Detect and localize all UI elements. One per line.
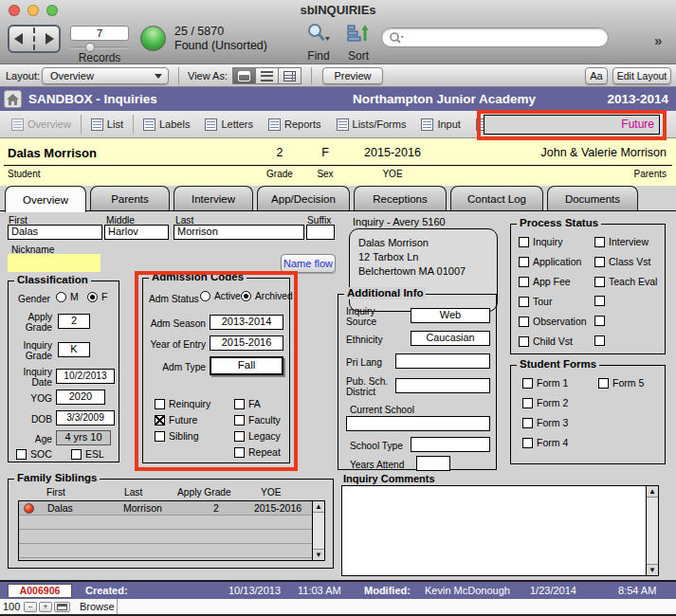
tab-receptions[interactable]: Receptions [354,186,447,210]
ethnicity-field[interactable]: Caucasian [411,331,490,346]
nav-item-reports[interactable]: Reports [261,111,329,137]
nav-item-overview[interactable]: Overview [4,111,79,137]
fa-checkbox[interactable]: FA [234,398,261,409]
dob-field[interactable]: 3/3/2009 [56,410,115,426]
app-fee-checkbox[interactable]: App Fee [519,276,571,287]
sibling-checkbox[interactable]: Sibling [155,430,199,442]
teach-eval-checkbox[interactable]: Teach Eval [594,276,657,287]
layout-popup[interactable]: Overview [42,67,169,84]
year-of-entry-field[interactable]: 2015-2016 [210,335,283,351]
esl-checkbox[interactable]: ESL [71,448,104,460]
tab-parents[interactable]: Parents [90,186,170,210]
home-icon[interactable] [4,90,22,108]
nav-item-labels[interactable]: Labels [136,111,197,137]
next-record-icon[interactable] [46,33,54,45]
future-checkbox[interactable]: Future [155,414,197,426]
nav-item-letters[interactable]: Letters [197,111,261,137]
scroll-up-icon[interactable]: ▲ [647,486,658,498]
edit-layout-button[interactable]: Edit Layout [612,67,671,84]
form4-checkbox[interactable]: Form 4 [522,437,568,448]
current-school-field[interactable] [346,416,490,431]
formatting-bar-button[interactable]: Aa [585,67,608,84]
current-record-input[interactable]: 7 [70,26,129,41]
form1-checkbox[interactable]: Form 1 [522,377,568,389]
comments-scrollbar[interactable]: ▲ ▼ [646,486,658,575]
child-vst-checkbox[interactable]: Child Vst [519,335,573,347]
gender-male-radio[interactable]: M [56,291,79,302]
inquiry-date-field[interactable]: 10/2/2013 [56,369,115,384]
portal-scrollbar[interactable]: ▲ ▼ [312,501,324,560]
nav-item-lists-forms[interactable]: Lists/Forms [329,111,414,137]
zoom-out-button[interactable]: − [24,602,37,612]
form2-checkbox[interactable]: Form 2 [522,397,568,408]
form3-checkbox[interactable]: Form 3 [522,417,568,428]
tab-app-decision[interactable]: App/Decision [257,186,350,210]
name-flow-button[interactable]: Name flow [281,254,336,273]
extra-checkbox-3[interactable] [594,335,609,346]
adm-type-field[interactable]: Fall [210,356,283,375]
mode-popup[interactable]: Browse [80,599,115,614]
inquiry-source-field[interactable]: Web [411,308,490,323]
adm-status-archived-radio[interactable]: Archived [241,291,293,301]
soc-checkbox[interactable]: SOC [16,448,52,460]
last-name-field[interactable]: Morrison [174,225,304,240]
zoom-in-button[interactable]: + [39,602,52,612]
inquiry-comments-field[interactable]: ▲ ▼ [341,485,659,576]
record-status-field[interactable]: Future [484,115,660,135]
extra-checkbox-1[interactable] [594,296,609,306]
observation-checkbox[interactable]: Observation [519,316,587,327]
record-navigation-book[interactable] [8,25,61,53]
yog-field[interactable]: 2020 [56,390,105,405]
toolbar-overflow-button[interactable]: » [654,32,662,48]
interview-checkbox[interactable]: Interview [594,236,649,247]
quick-find-input[interactable] [381,27,609,47]
inquiry-grade-field[interactable]: K [58,342,90,357]
view-table-button[interactable] [278,67,301,84]
pub-sch-district-field[interactable] [395,378,490,393]
scroll-down-icon[interactable]: ▼ [313,549,324,560]
record-id-field[interactable]: A006906 [8,584,72,598]
previous-record-icon[interactable] [14,33,23,45]
scroll-down-icon[interactable]: ▼ [647,564,658,575]
tab-documents[interactable]: Documents [547,186,638,210]
pri-lang-field[interactable] [395,353,490,369]
tab-overview[interactable]: Overview [5,186,86,212]
first-name-field[interactable]: Dalas [8,225,102,240]
adm-status-active-radio[interactable]: Active [200,291,241,301]
faculty-checkbox[interactable]: Faculty [234,414,281,426]
form5-checkbox[interactable]: Form 5 [598,377,644,389]
school-type-field[interactable] [411,437,490,452]
view-form-button[interactable] [232,67,256,84]
preview-button[interactable]: Preview [322,67,383,84]
sibling-row-empty[interactable] [19,544,324,558]
find-button[interactable]: Find [300,23,338,63]
reinquiry-checkbox[interactable]: Reinquiry [155,398,210,409]
repeat-checkbox[interactable]: Repeat [234,446,281,458]
gender-female-radio[interactable]: F [87,291,107,302]
legacy-checkbox[interactable]: Legacy [234,430,281,442]
sibling-row[interactable]: Dalas Morrison 2 2015-2016 [19,501,324,516]
found-set-pie-icon[interactable] [140,26,166,51]
record-marker-icon[interactable] [24,503,34,514]
status-toolbar-toggle-icon[interactable] [54,602,70,612]
application-checkbox[interactable]: Application [519,256,581,267]
sort-button[interactable]: Sort [341,23,375,63]
tab-contact-log[interactable]: Contact Log [450,186,543,210]
nav-item-list[interactable]: List [83,111,131,137]
tab-interview[interactable]: Interview [174,186,253,210]
years-attend-field[interactable] [416,456,450,471]
sibling-row-empty[interactable] [19,530,324,544]
tour-checkbox[interactable]: Tour [519,296,552,307]
apply-grade-field[interactable]: 2 [58,314,90,329]
scroll-up-icon[interactable]: ▲ [313,501,324,513]
view-list-button[interactable] [255,67,279,84]
suffix-field[interactable] [306,225,335,240]
sibling-row-empty[interactable] [19,516,324,530]
extra-checkbox-2[interactable] [594,316,609,326]
middle-name-field[interactable]: Harlov [104,225,169,240]
adm-season-field[interactable]: 2013-2014 [210,315,283,330]
class-vst-checkbox[interactable]: Class Vst [594,256,650,267]
inquiry-checkbox[interactable]: Inquiry [519,236,563,247]
nickname-field[interactable] [8,254,100,272]
record-slider[interactable] [70,46,129,49]
